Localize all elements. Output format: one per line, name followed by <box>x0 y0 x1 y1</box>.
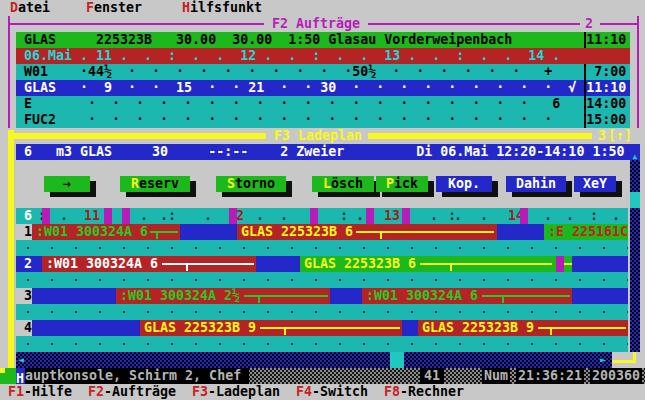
spacer-row <box>16 272 628 288</box>
menu-hotkey: D <box>10 0 18 15</box>
f2-border-right <box>637 16 639 128</box>
button-label: ösch <box>331 176 363 191</box>
hscroll-track[interactable] <box>16 352 612 368</box>
gantt-bar-gap <box>32 288 116 304</box>
segment-label: :W01 300324A 6 <box>46 256 158 272</box>
f2-border-line <box>600 23 638 25</box>
segment-tick <box>502 297 504 303</box>
tour-row-w01[interactable]: W01 ·44½ · · · · · · · · · ·50½ · · · · … <box>16 64 630 80</box>
hscroll-thumb[interactable] <box>390 352 404 368</box>
gantt-bar-gap <box>556 256 564 272</box>
gantt-bar-segment[interactable]: :W01 300324A 6 <box>42 256 256 272</box>
fkey-label: F2 <box>88 384 104 399</box>
kop-button[interactable]: Kop. <box>436 176 492 192</box>
segment-duration-line <box>482 295 570 297</box>
button-hotkey: R <box>131 176 139 191</box>
status-code: 200360 <box>590 368 642 384</box>
xey-button[interactable]: XeY <box>574 176 616 192</box>
scroll-up-arrow[interactable]: ▲ <box>630 144 640 160</box>
loesch-button[interactable]: Lösch <box>312 176 374 192</box>
status-bar: H auptkonsole, Schirm 2, Chef 41 Num 21:… <box>0 368 645 384</box>
status-clock: 21:36:21 <box>516 368 584 384</box>
tour-row-fuc2[interactable]: FUC2 · · · · · · · · · · · · · · · · · ·… <box>16 112 630 128</box>
gantt-bar-segment[interactable]: GLAS 225323B 9 <box>418 320 628 336</box>
ruler-dot: . <box>480 208 488 224</box>
pick-button[interactable]: Pick <box>376 176 428 192</box>
ruler-dot: . <box>160 208 168 224</box>
reserv-button[interactable]: Reserv <box>120 176 190 192</box>
order-row-glas[interactable]: GLAS 225323B 30.00 30.00 1:50 Glasau Vor… <box>16 32 630 48</box>
gantt-bar-segment[interactable]: GLAS 225323B 6 <box>300 256 556 272</box>
ruler-dot: . <box>280 208 288 224</box>
row-text: FUC2 · · · · · · · · · · · · · · · · · ·… <box>16 112 584 128</box>
fkey-label: F4 <box>296 384 312 399</box>
spacer-row <box>16 336 628 352</box>
menu-label: ilfsfunkt <box>190 0 262 15</box>
gantt-bar-segment[interactable]: :E 225161C <box>544 224 628 240</box>
fkey-f2-auftraege[interactable]: F2-Aufträge <box>88 384 176 400</box>
storno-button[interactable]: Storno <box>216 176 286 192</box>
gantt-bar-gap <box>402 320 418 336</box>
button-label: eserv <box>139 176 179 191</box>
button-label: XeY <box>583 176 607 191</box>
gantt-bar-segment[interactable]: GLAS 225323B 6 <box>237 224 497 240</box>
fkey-f1-hilfe[interactable]: F1-Hilfe <box>8 384 72 400</box>
vscroll-thumb[interactable] <box>630 192 640 208</box>
f2-window-number: 2 <box>585 16 593 32</box>
fkey-f8-rechner[interactable]: F8-Rechner <box>384 384 464 400</box>
button-label: Kop. <box>448 176 480 191</box>
gantt-bar-gap <box>256 256 300 272</box>
menu-item-fenster[interactable]: Fenster <box>86 0 142 16</box>
row-text: E · · · · · · · · · · · · · · · · · · · … <box>16 96 584 112</box>
gantt-bar-segment[interactable]: GLAS 225323B 9 <box>140 320 402 336</box>
move-button[interactable]: → <box>44 176 90 192</box>
menu-label: atei <box>18 0 50 15</box>
tour-row-e[interactable]: E · · · · · · · · · · · · · · · · · · · … <box>16 96 630 112</box>
ladeplan-row-4: 4GLAS 225323B 9GLAS 225323B 9 <box>16 320 628 336</box>
row-time: 11:10 <box>584 80 630 96</box>
gantt-bar-segment[interactable]: :W01 300324A 6 <box>32 224 180 240</box>
segment-label: GLAS 225323B 6 <box>241 224 353 240</box>
ruler-dot: . <box>356 208 364 224</box>
fkey-label: F3 <box>192 384 208 399</box>
menu-item-datei[interactable]: Datei <box>10 0 50 16</box>
f3-window-title: F3 Ladeplan <box>274 128 362 144</box>
dahin-button[interactable]: Dahin <box>506 176 566 192</box>
button-hotkey: S <box>227 176 235 191</box>
fkey-f4-switch[interactable]: F4-Switch <box>296 384 368 400</box>
row-text: GLAS · 9 · · 15 · · 21 · · 30 · · · · · … <box>16 80 584 96</box>
status-count: 41 <box>420 368 444 384</box>
gantt-bar-gap <box>564 256 572 272</box>
scroll-up-indicator: [↑] <box>608 128 632 144</box>
row-text: W01 ·44½ · · · · · · · · · ·50½ · · · · … <box>16 64 584 80</box>
row-time: 7:00 <box>584 64 630 80</box>
fkey-f3-ladeplan[interactable]: F3-Ladeplan <box>192 384 280 400</box>
fkey-action: -Aufträge <box>104 384 176 399</box>
segment-label: :W01 300324A 2½ <box>120 288 240 304</box>
gantt-bar-gap <box>32 320 140 336</box>
ruler-dot: . <box>612 208 620 224</box>
spacer-row <box>16 240 628 256</box>
tour-row-glas-selected[interactable]: GLAS · 9 · · 15 · · 21 · · 30 · · · · · … <box>16 80 630 96</box>
ladeplan-row-1: 1:W01 300324A 6GLAS 225323B 6:E 225161C <box>16 224 628 240</box>
segment-duration-line <box>162 263 254 265</box>
ladeplan-info-row[interactable]: 6 m3 GLAS 30 --:-- 2 Zweier Di 06.Mai 12… <box>16 144 630 160</box>
ruler-event-marker <box>520 208 528 224</box>
ruler-dot: . <box>430 208 438 224</box>
segment-tick <box>258 297 260 303</box>
f2-titlebar: F2 Aufträge 2 <box>0 16 645 32</box>
segment-duration-line <box>420 263 552 265</box>
segment-tick <box>284 329 286 335</box>
left-arrow-icon[interactable]: ◄ <box>18 352 24 368</box>
ruler-hour-label: 13 <box>384 208 400 224</box>
vertical-scrollbar[interactable]: ▲ ▼ <box>630 144 640 368</box>
gantt-bar-segment[interactable]: :W01 300324A 6 <box>362 288 572 304</box>
vscroll-track[interactable] <box>630 160 640 352</box>
horizontal-scrollbar[interactable]: ◄ ► <box>16 352 628 368</box>
gantt-bar-segment[interactable]: :W01 300324A 2½ <box>116 288 330 304</box>
right-arrow-icon[interactable]: ► <box>600 352 606 368</box>
menu-item-hilfsfunkt[interactable]: Hilfsfunkt <box>182 0 262 16</box>
ladeplan-row-3: 3:W01 300324A 2½:W01 300324A 6 <box>16 288 628 304</box>
date-ruler-row[interactable]: 06.Mai . 11 . . : . . 12 . . : . . 13 . … <box>16 48 630 64</box>
segment-duration-line <box>244 295 328 297</box>
